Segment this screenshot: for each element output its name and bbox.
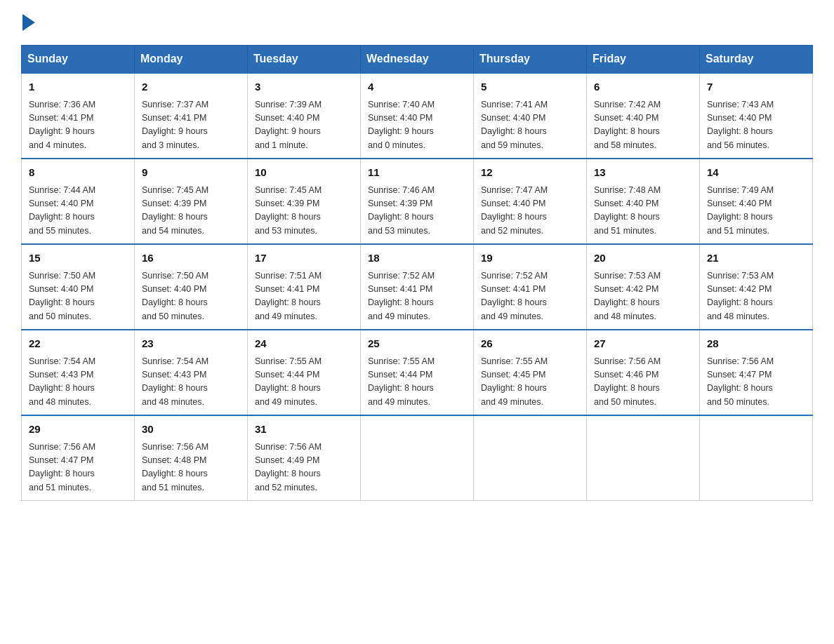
day-info: Sunrise: 7:45 AMSunset: 4:39 PMDaylight:… <box>255 184 353 239</box>
day-number: 29 <box>29 422 127 438</box>
day-info: Sunrise: 7:53 AMSunset: 4:42 PMDaylight:… <box>707 269 805 324</box>
day-info: Sunrise: 7:49 AMSunset: 4:40 PMDaylight:… <box>707 184 805 239</box>
day-info: Sunrise: 7:45 AMSunset: 4:39 PMDaylight:… <box>142 184 240 239</box>
day-info: Sunrise: 7:40 AMSunset: 4:40 PMDaylight:… <box>368 98 466 153</box>
table-row: 3Sunrise: 7:39 AMSunset: 4:40 PMDaylight… <box>248 73 361 159</box>
table-row: 27Sunrise: 7:56 AMSunset: 4:46 PMDayligh… <box>587 330 700 415</box>
day-number: 28 <box>707 336 805 352</box>
table-row: 25Sunrise: 7:55 AMSunset: 4:44 PMDayligh… <box>361 330 474 415</box>
table-row: 9Sunrise: 7:45 AMSunset: 4:39 PMDaylight… <box>135 159 248 244</box>
weekday-header-wednesday: Wednesday <box>361 46 474 74</box>
day-number: 16 <box>142 250 240 267</box>
day-info: Sunrise: 7:56 AMSunset: 4:47 PMDaylight:… <box>707 355 805 410</box>
day-number: 24 <box>255 336 353 352</box>
day-info: Sunrise: 7:52 AMSunset: 4:41 PMDaylight:… <box>481 269 579 324</box>
day-number: 8 <box>29 165 127 181</box>
day-number: 20 <box>594 250 692 267</box>
day-number: 17 <box>255 250 353 267</box>
day-info: Sunrise: 7:41 AMSunset: 4:40 PMDaylight:… <box>481 98 579 153</box>
weekday-header-saturday: Saturday <box>700 46 813 74</box>
calendar-table: SundayMondayTuesdayWednesdayThursdayFrid… <box>21 45 813 501</box>
day-number: 10 <box>255 165 353 181</box>
table-row: 5Sunrise: 7:41 AMSunset: 4:40 PMDaylight… <box>474 73 587 159</box>
table-row <box>587 415 700 501</box>
day-number: 9 <box>142 165 240 181</box>
table-row: 30Sunrise: 7:56 AMSunset: 4:48 PMDayligh… <box>135 415 248 501</box>
table-row <box>474 415 587 501</box>
day-number: 18 <box>368 250 466 267</box>
day-info: Sunrise: 7:56 AMSunset: 4:48 PMDaylight:… <box>142 441 240 495</box>
day-number: 25 <box>368 336 466 352</box>
weekday-header-tuesday: Tuesday <box>248 46 361 74</box>
weekday-header-monday: Monday <box>135 46 248 74</box>
table-row: 20Sunrise: 7:53 AMSunset: 4:42 PMDayligh… <box>587 244 700 330</box>
table-row: 1Sunrise: 7:36 AMSunset: 4:41 PMDaylight… <box>22 73 135 159</box>
day-info: Sunrise: 7:39 AMSunset: 4:40 PMDaylight:… <box>255 98 353 153</box>
weekday-header-friday: Friday <box>587 46 700 74</box>
table-row: 14Sunrise: 7:49 AMSunset: 4:40 PMDayligh… <box>700 159 813 244</box>
table-row: 31Sunrise: 7:56 AMSunset: 4:49 PMDayligh… <box>248 415 361 501</box>
day-number: 12 <box>481 165 579 181</box>
day-number: 30 <box>142 422 240 438</box>
day-info: Sunrise: 7:46 AMSunset: 4:39 PMDaylight:… <box>368 184 466 239</box>
day-number: 23 <box>142 336 240 352</box>
weekday-header-thursday: Thursday <box>474 46 587 74</box>
day-number: 5 <box>481 79 579 95</box>
day-number: 3 <box>255 79 353 95</box>
day-info: Sunrise: 7:36 AMSunset: 4:41 PMDaylight:… <box>29 98 127 153</box>
day-info: Sunrise: 7:54 AMSunset: 4:43 PMDaylight:… <box>142 355 240 410</box>
table-row: 19Sunrise: 7:52 AMSunset: 4:41 PMDayligh… <box>474 244 587 330</box>
day-info: Sunrise: 7:44 AMSunset: 4:40 PMDaylight:… <box>29 184 127 239</box>
day-number: 2 <box>142 79 240 95</box>
day-info: Sunrise: 7:55 AMSunset: 4:44 PMDaylight:… <box>368 355 466 410</box>
table-row <box>361 415 474 501</box>
day-info: Sunrise: 7:48 AMSunset: 4:40 PMDaylight:… <box>594 184 692 239</box>
table-row: 10Sunrise: 7:45 AMSunset: 4:39 PMDayligh… <box>248 159 361 244</box>
table-row: 6Sunrise: 7:42 AMSunset: 4:40 PMDaylight… <box>587 73 700 159</box>
day-number: 4 <box>368 79 466 95</box>
table-row: 29Sunrise: 7:56 AMSunset: 4:47 PMDayligh… <box>22 415 135 501</box>
day-info: Sunrise: 7:51 AMSunset: 4:41 PMDaylight:… <box>255 269 353 324</box>
day-number: 11 <box>368 165 466 181</box>
day-info: Sunrise: 7:50 AMSunset: 4:40 PMDaylight:… <box>29 269 127 324</box>
day-info: Sunrise: 7:50 AMSunset: 4:40 PMDaylight:… <box>142 269 240 324</box>
week-row-3: 15Sunrise: 7:50 AMSunset: 4:40 PMDayligh… <box>22 244 813 330</box>
table-row: 17Sunrise: 7:51 AMSunset: 4:41 PMDayligh… <box>248 244 361 330</box>
table-row: 26Sunrise: 7:55 AMSunset: 4:45 PMDayligh… <box>474 330 587 415</box>
week-row-4: 22Sunrise: 7:54 AMSunset: 4:43 PMDayligh… <box>22 330 813 415</box>
table-row: 21Sunrise: 7:53 AMSunset: 4:42 PMDayligh… <box>700 244 813 330</box>
day-info: Sunrise: 7:55 AMSunset: 4:45 PMDaylight:… <box>481 355 579 410</box>
day-number: 22 <box>29 336 127 352</box>
day-info: Sunrise: 7:56 AMSunset: 4:46 PMDaylight:… <box>594 355 692 410</box>
day-number: 19 <box>481 250 579 267</box>
table-row: 11Sunrise: 7:46 AMSunset: 4:39 PMDayligh… <box>361 159 474 244</box>
table-row: 2Sunrise: 7:37 AMSunset: 4:41 PMDaylight… <box>135 73 248 159</box>
day-info: Sunrise: 7:52 AMSunset: 4:41 PMDaylight:… <box>368 269 466 324</box>
weekday-header-row: SundayMondayTuesdayWednesdayThursdayFrid… <box>22 46 813 74</box>
day-number: 13 <box>594 165 692 181</box>
day-info: Sunrise: 7:54 AMSunset: 4:43 PMDaylight:… <box>29 355 127 410</box>
day-info: Sunrise: 7:56 AMSunset: 4:47 PMDaylight:… <box>29 441 127 495</box>
day-info: Sunrise: 7:53 AMSunset: 4:42 PMDaylight:… <box>594 269 692 324</box>
day-info: Sunrise: 7:56 AMSunset: 4:49 PMDaylight:… <box>255 441 353 495</box>
table-row <box>700 415 813 501</box>
table-row: 23Sunrise: 7:54 AMSunset: 4:43 PMDayligh… <box>135 330 248 415</box>
day-number: 7 <box>707 79 805 95</box>
table-row: 13Sunrise: 7:48 AMSunset: 4:40 PMDayligh… <box>587 159 700 244</box>
table-row: 4Sunrise: 7:40 AMSunset: 4:40 PMDaylight… <box>361 73 474 159</box>
table-row: 22Sunrise: 7:54 AMSunset: 4:43 PMDayligh… <box>22 330 135 415</box>
day-number: 21 <box>707 250 805 267</box>
day-info: Sunrise: 7:43 AMSunset: 4:40 PMDaylight:… <box>707 98 805 153</box>
weekday-header-sunday: Sunday <box>22 46 135 74</box>
table-row: 16Sunrise: 7:50 AMSunset: 4:40 PMDayligh… <box>135 244 248 330</box>
table-row: 12Sunrise: 7:47 AMSunset: 4:40 PMDayligh… <box>474 159 587 244</box>
week-row-2: 8Sunrise: 7:44 AMSunset: 4:40 PMDaylight… <box>22 159 813 244</box>
day-number: 15 <box>29 250 127 267</box>
day-number: 1 <box>29 79 127 95</box>
day-number: 14 <box>707 165 805 181</box>
day-info: Sunrise: 7:55 AMSunset: 4:44 PMDaylight:… <box>255 355 353 410</box>
day-number: 6 <box>594 79 692 95</box>
day-number: 31 <box>255 422 353 438</box>
week-row-5: 29Sunrise: 7:56 AMSunset: 4:47 PMDayligh… <box>22 415 813 501</box>
page-header <box>21 14 813 31</box>
